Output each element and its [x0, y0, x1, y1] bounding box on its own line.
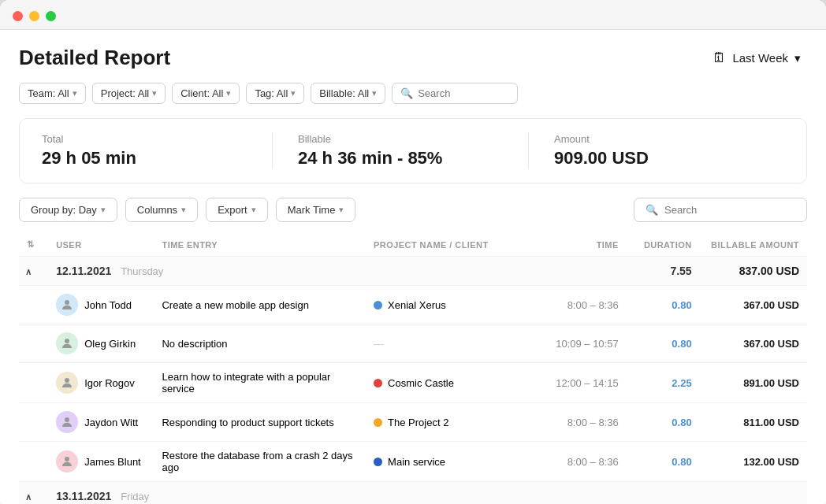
col-header-time: TIME	[529, 233, 627, 257]
avatar	[56, 372, 78, 394]
col-header-user: USER	[48, 233, 154, 257]
project-name: —	[374, 338, 384, 350]
filter-client[interactable]: Client: All ▾	[172, 83, 240, 104]
toolbar-search[interactable]: 🔍	[634, 198, 807, 222]
duration-cell[interactable]: 0.80	[627, 324, 700, 363]
total-value: 29 h 05 min	[42, 148, 247, 169]
project-dot	[374, 458, 382, 466]
entry-cell: Responding to product support tickets	[154, 403, 366, 442]
project-dot	[374, 301, 382, 309]
table-row: John Todd Create a new mobile app design…	[19, 286, 807, 324]
page-title: Detailed Report	[19, 46, 170, 70]
search-icon: 🔍	[400, 87, 413, 99]
avatar	[56, 294, 78, 316]
total-label: Total	[42, 133, 247, 145]
group-collapse-icon[interactable]: ∧	[25, 492, 32, 502]
search-icon: 🔍	[646, 204, 658, 216]
toolbar-search-input[interactable]	[664, 204, 795, 216]
group-row[interactable]: ∧ 13.11.2021 Friday	[19, 482, 807, 505]
chevron-down-icon: ▾	[794, 51, 801, 65]
group-duration-total: 7.55	[627, 257, 700, 286]
filter-tag-label: Tag: All	[255, 87, 288, 99]
stat-amount: Amount 909.00 USD	[528, 133, 784, 169]
amount-label: Amount	[554, 133, 759, 145]
duration-cell[interactable]: 0.80	[627, 403, 700, 442]
group-by-label: Group by: Day	[31, 204, 97, 216]
project-name: Cosmic Castle	[388, 377, 454, 389]
group-collapse-icon[interactable]: ∧	[25, 267, 32, 276]
col-header-billable: BILLABLE AMOUNT	[700, 233, 807, 257]
time-cell: 10:09 – 10:57	[529, 324, 627, 363]
filter-tag[interactable]: Tag: All ▾	[246, 83, 304, 104]
chevron-down-icon: ▾	[181, 205, 186, 215]
date-range-label: Last Week	[732, 51, 788, 65]
date-range-button[interactable]: 🗓 Last Week ▾	[706, 47, 807, 69]
duration-cell[interactable]: 0.80	[627, 442, 700, 482]
filter-team[interactable]: Team: All ▾	[19, 83, 86, 104]
stats-card: Total 29 h 05 min Billable 24 h 36 min -…	[19, 118, 807, 183]
filter-project[interactable]: Project: All ▾	[92, 83, 166, 104]
amount-value: 909.00 USD	[554, 148, 759, 169]
export-label: Export	[218, 204, 247, 216]
user-cell: John Todd	[48, 286, 154, 324]
col-header-entry: TIME ENTRY	[154, 233, 366, 257]
svg-point-3	[65, 417, 69, 422]
billable-cell: 132.00 USD	[700, 442, 807, 482]
project-cell: Main service	[374, 456, 521, 468]
filter-client-label: Client: All	[180, 87, 223, 99]
project-cell-wrap: Xenial Xerus	[366, 286, 529, 324]
project-name: The Project 2	[388, 417, 448, 428]
project-dot	[374, 418, 382, 427]
user-name: James Blunt	[84, 456, 141, 468]
col-header-sort[interactable]: ⇅	[19, 233, 48, 257]
table-row: Igor Rogov Learn how to integrate with a…	[19, 363, 807, 403]
minimize-button[interactable]	[29, 11, 39, 21]
table-row: James Blunt Restore the database from a …	[19, 442, 807, 482]
chevron-down-icon: ▾	[339, 205, 344, 215]
time-cell: 8:00 – 8:36	[529, 403, 627, 442]
group-time	[529, 257, 627, 286]
calendar-icon: 🗓	[713, 50, 726, 66]
mark-time-button[interactable]: Mark Time ▾	[276, 198, 356, 222]
group-billable-total: 837.00 USD	[700, 257, 807, 286]
user-cell: Jaydon Witt	[48, 403, 154, 442]
filter-search[interactable]: 🔍	[392, 83, 518, 104]
user-cell: Igor Rogov	[48, 363, 154, 403]
group-date: 12.11.2021	[56, 265, 111, 277]
filter-search-input[interactable]	[418, 87, 509, 99]
row-icon-cell	[19, 286, 48, 324]
maximize-button[interactable]	[46, 11, 56, 21]
columns-button[interactable]: Columns ▾	[125, 198, 198, 222]
sort-icon: ⇅	[27, 239, 34, 249]
billable-label: Billable	[298, 133, 503, 145]
group-billable-total	[700, 482, 807, 505]
close-button[interactable]	[13, 11, 23, 21]
entry-cell: Learn how to integrate with a popular se…	[154, 363, 366, 403]
time-cell: 8:00 – 8:36	[529, 442, 627, 482]
billable-cell: 367.00 USD	[700, 324, 807, 363]
duration-cell[interactable]: 0.80	[627, 286, 700, 324]
svg-point-1	[65, 339, 69, 343]
main-window: Detailed Report 🗓 Last Week ▾ Team: All …	[0, 0, 826, 504]
entry-cell: Restore the database from a crash 2 days…	[154, 442, 366, 482]
chevron-down-icon: ▾	[152, 88, 157, 98]
billable-cell: 891.00 USD	[700, 363, 807, 403]
filter-billable-label: Billable: All	[319, 87, 369, 99]
avatar	[56, 332, 78, 354]
filter-billable[interactable]: Billable: All ▾	[311, 83, 385, 104]
content-area: Detailed Report 🗓 Last Week ▾ Team: All …	[0, 30, 826, 504]
project-cell-wrap: The Project 2	[366, 403, 529, 442]
export-button[interactable]: Export ▾	[206, 198, 268, 222]
row-icon-cell	[19, 403, 48, 442]
filter-team-label: Team: All	[28, 87, 69, 99]
row-icon-cell	[19, 363, 48, 403]
duration-cell[interactable]: 2.25	[627, 363, 700, 403]
col-header-project: PROJECT NAME / CLIENT	[366, 233, 529, 257]
project-name: Xenial Xerus	[388, 299, 446, 311]
row-icon-cell	[19, 324, 48, 363]
project-cell-wrap: —	[366, 324, 529, 363]
filter-project-label: Project: All	[101, 87, 149, 99]
project-cell: Cosmic Castle	[374, 377, 521, 389]
group-by-button[interactable]: Group by: Day ▾	[19, 198, 117, 222]
group-row[interactable]: ∧ 12.11.2021 Thursday 7.55 837.00 USD	[19, 257, 807, 286]
